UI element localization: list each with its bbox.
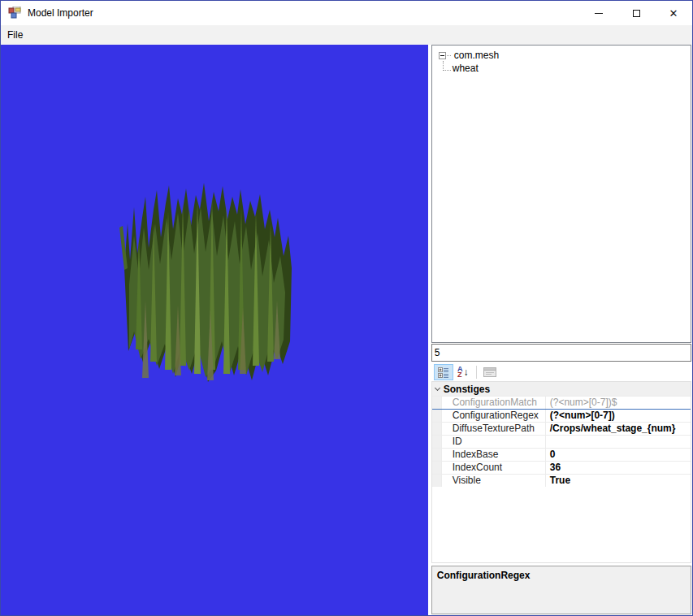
row-indent	[432, 423, 442, 435]
close-button[interactable]: ✕	[655, 1, 692, 25]
title-bar: Model Importer ✕	[1, 1, 692, 25]
maximize-button[interactable]	[617, 1, 655, 25]
categorized-button[interactable]	[434, 364, 453, 380]
property-value: /Crops/wheat_stage_{num}	[546, 423, 691, 435]
property-grid: A Z ↓	[431, 363, 691, 563]
property-value	[546, 436, 691, 448]
property-row-id[interactable]: ID	[432, 435, 691, 448]
property-grid-body: Sonstiges ConfigurationMatch (?<num>[0-7…	[431, 381, 691, 563]
az-sort-icon: A Z ↓	[457, 367, 469, 378]
property-name: IndexCount	[442, 462, 546, 474]
toolbar-separator	[476, 366, 477, 379]
row-indent	[432, 475, 442, 487]
property-value: (?<num>[0-7])$	[546, 397, 691, 409]
wheat-model-render	[118, 179, 294, 384]
property-name: IndexBase	[442, 449, 546, 461]
property-row-indexcount[interactable]: IndexCount 36	[432, 461, 691, 474]
category-label: Sonstiges	[444, 384, 490, 395]
row-indent	[432, 397, 442, 409]
property-row-configurationregex[interactable]: ConfigurationRegex (?<num>[0-7])	[432, 409, 691, 422]
property-pages-button[interactable]	[480, 364, 500, 380]
property-row-configurationmatch[interactable]: ConfigurationMatch (?<num>[0-7])$	[432, 396, 691, 409]
tree-dash-line	[447, 55, 451, 56]
tree-collapse-icon[interactable]	[439, 52, 446, 59]
mesh-tree-view: com.mesh wheat	[431, 45, 691, 343]
row-indent	[432, 410, 442, 422]
property-name: Visible	[442, 475, 546, 487]
tree-item-wheat[interactable]: wheat	[443, 62, 691, 75]
property-name: ConfigurationRegex	[442, 410, 546, 422]
property-value[interactable]: (?<num>[0-7])	[546, 410, 691, 422]
selected-property-name: ConfigurationRegex	[437, 570, 686, 581]
tree-item-label: com.mesh	[453, 50, 500, 61]
property-name: DiffuseTexturePath	[442, 423, 546, 435]
row-indent	[432, 449, 442, 461]
categorized-icon	[438, 367, 449, 378]
category-row-sonstiges[interactable]: Sonstiges	[432, 382, 691, 396]
property-value: True	[546, 475, 691, 487]
tree-connector-line	[443, 61, 451, 71]
property-grid-toolbar: A Z ↓	[431, 363, 691, 381]
model-viewport[interactable]	[1, 45, 428, 615]
alphabetical-sort-button[interactable]: A Z ↓	[453, 364, 473, 380]
property-description-panel: ConfigurationRegex	[431, 566, 691, 614]
menu-file[interactable]: File	[1, 25, 29, 45]
window-title: Model Importer	[28, 7, 93, 19]
property-value: 36	[546, 462, 691, 474]
property-pages-icon	[483, 367, 496, 377]
row-indent	[432, 436, 442, 448]
property-value: 0	[546, 449, 691, 461]
app-icon	[8, 7, 21, 20]
minimize-button[interactable]	[580, 1, 617, 25]
right-panel: com.mesh wheat	[428, 45, 692, 615]
menu-bar: File	[1, 25, 692, 45]
property-row-diffusetexturepath[interactable]: DiffuseTexturePath /Crops/wheat_stage_{n…	[432, 422, 691, 435]
stage-filter-input[interactable]	[431, 344, 691, 362]
chevron-down-icon	[435, 385, 440, 391]
property-name: ID	[442, 436, 546, 448]
close-icon: ✕	[669, 8, 678, 19]
minimize-icon	[595, 13, 603, 14]
property-row-indexbase[interactable]: IndexBase 0	[432, 448, 691, 461]
property-name: ConfigurationMatch	[442, 397, 546, 409]
maximize-icon	[633, 10, 640, 17]
content-area: com.mesh wheat	[1, 45, 692, 615]
caption-buttons: ✕	[580, 1, 692, 25]
tree-item-label: wheat	[451, 63, 480, 74]
row-indent	[432, 462, 442, 474]
tree-item-com-mesh[interactable]: com.mesh	[437, 49, 691, 62]
model-importer-window: Model Importer ✕ File	[0, 0, 693, 616]
property-row-visible[interactable]: Visible True	[432, 474, 691, 487]
